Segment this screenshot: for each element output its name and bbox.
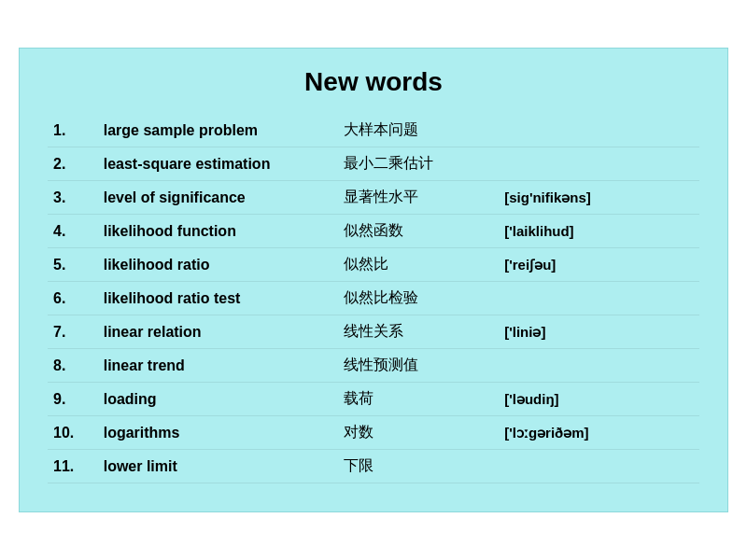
word-number: 2. [48,147,98,181]
word-english: likelihood function [98,215,339,248]
word-number: 4. [48,215,98,248]
words-table: 1.large sample problem大样本问题2.least-squar… [48,114,699,483]
word-phonetic [499,450,699,483]
word-english: lower limit [98,450,339,483]
table-row: 8.linear trend线性预测值 [48,349,699,383]
word-phonetic: [sig'nifikəns] [499,181,699,215]
main-card: New words 1.large sample problem大样本问题2.l… [19,48,728,512]
table-row: 11.lower limit下限 [48,450,699,483]
word-chinese: 似然函数 [338,215,499,248]
word-english: logarithms [98,416,339,450]
word-chinese: 对数 [338,416,499,450]
word-number: 8. [48,349,98,383]
word-phonetic: ['laiklihud] [499,215,699,248]
word-number: 11. [48,450,98,483]
word-chinese: 显著性水平 [338,181,499,215]
word-number: 9. [48,383,98,416]
word-phonetic: ['liniə] [499,315,699,349]
word-phonetic [499,147,699,181]
word-phonetic [499,114,699,147]
word-english: likelihood ratio test [98,282,339,315]
word-number: 3. [48,181,98,215]
word-phonetic [499,349,699,383]
word-chinese: 载荷 [338,383,499,416]
word-english: loading [98,383,339,416]
word-number: 10. [48,416,98,450]
word-chinese: 线性预测值 [338,349,499,383]
word-number: 5. [48,248,98,282]
table-row: 6.likelihood ratio test似然比检验 [48,282,699,315]
word-phonetic: ['lɔːgəriðəm] [499,416,699,450]
table-row: 10.logarithms对数['lɔːgəriðəm] [48,416,699,450]
word-chinese: 似然比检验 [338,282,499,315]
table-row: 5.likelihood ratio似然比['reiʃəu] [48,248,699,282]
table-row: 4.likelihood function似然函数['laiklihud] [48,215,699,248]
table-row: 9.loading载荷['ləudiŋ] [48,383,699,416]
table-row: 2.least-square estimation最小二乘估计 [48,147,699,181]
word-chinese: 线性关系 [338,315,499,349]
table-row: 3.level of significance显著性水平[sig'nifikən… [48,181,699,215]
word-number: 6. [48,282,98,315]
table-row: 1.large sample problem大样本问题 [48,114,699,147]
table-row: 7.linear relation线性关系['liniə] [48,315,699,349]
word-phonetic: ['ləudiŋ] [499,383,699,416]
word-phonetic: ['reiʃəu] [499,248,699,282]
word-english: least-square estimation [98,147,339,181]
word-number: 7. [48,315,98,349]
word-english: level of significance [98,181,339,215]
word-phonetic [499,282,699,315]
word-english: likelihood ratio [98,248,339,282]
word-english: large sample problem [98,114,339,147]
word-chinese: 似然比 [338,248,499,282]
word-chinese: 大样本问题 [338,114,499,147]
word-english: linear trend [98,349,339,383]
word-chinese: 下限 [338,450,499,483]
word-chinese: 最小二乘估计 [338,147,499,181]
word-english: linear relation [98,315,339,349]
word-number: 1. [48,114,98,147]
page-title: New words [48,67,699,97]
